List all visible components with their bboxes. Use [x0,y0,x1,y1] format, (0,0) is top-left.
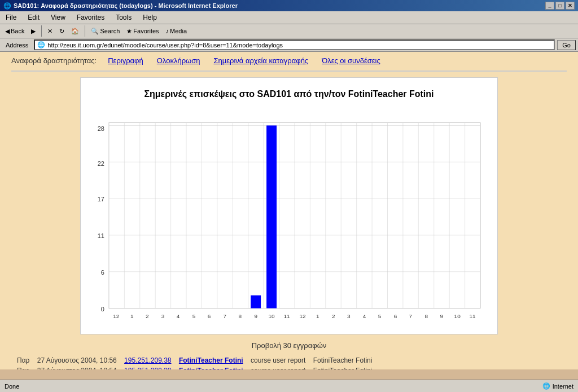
address-label: Address [2,41,32,50]
home-button[interactable]: 🏠 [68,26,82,37]
svg-text:1: 1 [316,313,319,319]
chart-title: Σημερινές επισκέψεις στο SAD101 από την/… [92,89,486,99]
svg-text:5: 5 [192,313,196,319]
title-bar: 🌐 SAD101: Αναφορά δραστηριότητας (todayl… [0,0,578,11]
menu-edit[interactable]: Edit [24,12,43,23]
maximize-button[interactable]: □ [555,2,564,10]
log-ip-2[interactable]: 195.251.209.38 [124,367,171,369]
go-button[interactable]: Go [557,40,576,50]
svg-text:8: 8 [425,313,428,319]
svg-text:3: 3 [161,313,165,319]
log-date-1: 27 Αύγουστος 2004, 10:56 [37,356,117,364]
log-day-1: Παρ [17,356,29,364]
search-icon: 🔍 [91,28,99,35]
log-date-2: 27 Αύγουστος 2004, 10:54 [37,367,117,369]
bar-hour10 [266,125,277,308]
home-icon: 🏠 [71,28,79,35]
svg-text:22: 22 [98,160,104,167]
nav-link-todaylogs[interactable]: Σημερινά αρχεία καταγραφής [213,56,308,65]
menu-help[interactable]: Help [139,12,160,23]
svg-text:8: 8 [238,313,242,319]
svg-text:6: 6 [208,313,211,319]
forward-icon: ▶ [31,28,36,35]
log-target-2: FotiniTeacher Fotini [313,367,373,369]
svg-text:28: 28 [98,125,104,132]
log-ip-1[interactable]: 195.251.209.38 [124,356,171,364]
svg-text:9: 9 [440,313,443,319]
chart-area: 0 6 11 17 22 28 [92,108,486,323]
address-input-container: 🌐 http://zeus.it.uom.gr/edunet/moodle/co… [34,39,555,50]
bar-hour9 [251,296,261,309]
menu-bar: File Edit View Favorites Tools Help [0,11,578,24]
svg-text:11: 11 [470,313,476,319]
log-day-2: Παρ [17,367,29,369]
log-target-1: FotiniTeacher Fotini [313,356,373,364]
back-button[interactable]: ◀ Back [2,26,27,37]
svg-text:7: 7 [224,313,227,319]
svg-text:11: 11 [283,313,290,319]
svg-text:10: 10 [269,313,275,319]
svg-text:2: 2 [332,313,335,319]
favorites-button[interactable]: ★ Favorites [124,26,161,37]
forward-button[interactable]: ▶ [28,26,38,37]
log-entry-1: Παρ 27 Αύγουστος 2004, 10:56 195.251.209… [11,356,567,364]
svg-text:12: 12 [113,313,120,319]
log-action-2: course user report [251,367,305,369]
svg-text:11: 11 [98,232,104,239]
svg-text:4: 4 [177,313,180,319]
back-icon: ◀ [5,28,10,35]
nav-links: Αναφορά δραστηριότητας: Περιγραφή Ολοκλή… [11,56,567,65]
svg-text:10: 10 [454,313,461,319]
stop-button[interactable]: ✕ [45,26,55,37]
log-user-1[interactable]: FotiniTeacher Fotini [179,356,243,364]
svg-text:4: 4 [363,313,366,319]
url-display: http://zeus.it.uom.gr/edunet/moodle/cour… [47,42,283,49]
media-icon: ♪ [166,28,169,34]
media-button[interactable]: ♪ Media [163,26,190,36]
svg-text:17: 17 [98,196,104,202]
browser-content: Αναφορά δραστηριότητας: Περιγραφή Ολοκλή… [0,52,578,369]
nav-link-description[interactable]: Περιγραφή [108,56,143,65]
log-user-2[interactable]: FotiniTeacher Fotini [179,367,243,369]
nav-link-allconnections[interactable]: Όλες οι συνδέσεις [322,56,380,65]
chart-svg: 0 6 11 17 22 28 [92,108,486,323]
toolbar: ◀ Back ▶ ✕ ↻ 🏠 🔍 Search ★ Favorites ♪ Me… [0,24,578,38]
log-action-1: course user report [251,356,305,364]
svg-text:12: 12 [299,313,306,319]
svg-text:9: 9 [254,313,257,319]
svg-text:7: 7 [409,313,413,319]
svg-text:2: 2 [146,313,149,319]
chart-container: Σημερινές επισκέψεις στο SAD101 από την/… [80,77,498,334]
page-icon: 🌐 [37,41,45,49]
refresh-icon: ↻ [59,28,64,35]
records-label: Προβολή 30 εγγραφών [11,341,567,350]
menu-view[interactable]: View [47,12,69,23]
svg-text:1: 1 [130,313,134,319]
svg-text:6: 6 [394,313,397,319]
stop-icon: ✕ [47,28,52,35]
search-button[interactable]: 🔍 Search [88,26,122,37]
nav-link-completion[interactable]: Ολοκλήρωση [157,56,200,65]
svg-text:6: 6 [101,269,104,276]
svg-text:5: 5 [378,313,382,319]
window-title: SAD101: Αναφορά δραστηριότητας (todaylog… [14,2,238,9]
menu-file[interactable]: File [2,12,20,23]
address-bar: Address 🌐 http://zeus.it.uom.gr/edunet/m… [0,38,578,52]
log-entry-2: Παρ 27 Αύγουστος 2004, 10:54 195.251.209… [11,367,567,369]
favorites-icon: ★ [126,28,132,35]
toolbar-separator [41,25,42,37]
svg-text:0: 0 [101,306,104,312]
browser-icon: 🌐 [3,2,11,10]
toolbar-separator-2 [85,25,85,37]
menu-tools[interactable]: Tools [112,12,135,23]
minimize-button[interactable]: _ [545,2,554,10]
svg-text:3: 3 [347,313,351,319]
nav-prefix: Αναφορά δραστηριότητας: [11,56,97,65]
close-button[interactable]: ✕ [566,2,575,10]
refresh-button[interactable]: ↻ [56,26,67,37]
menu-favorites[interactable]: Favorites [73,12,108,23]
